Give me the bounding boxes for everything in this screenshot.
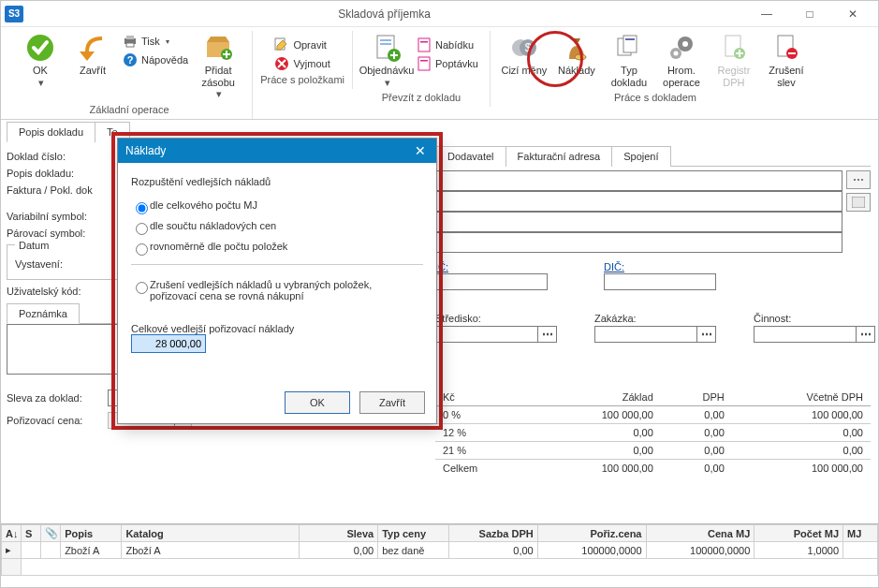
radio-opt3[interactable]: rovnoměrně dle počtu položek xyxy=(131,236,423,257)
docs-icon xyxy=(614,33,644,63)
svg-rect-15 xyxy=(420,41,428,43)
pencil-icon xyxy=(274,37,289,52)
svg-point-28 xyxy=(673,51,678,56)
supplier-line1[interactable] xyxy=(435,170,842,191)
back-arrow-icon xyxy=(78,33,108,63)
edit-button[interactable]: Opravit xyxy=(271,37,333,53)
vat-registry-button[interactable]: Registr DPH xyxy=(708,31,760,90)
edit-label: Opravit xyxy=(293,39,326,51)
col-attach[interactable]: 📎 xyxy=(41,525,61,542)
supplier-line3[interactable] xyxy=(435,212,842,232)
costs-dialog: Náklady ✕ Rozpuštění vedlejších nákladů … xyxy=(117,138,437,424)
col-sort[interactable]: A↓ xyxy=(2,525,22,542)
dialog-ok-button[interactable]: OK xyxy=(285,391,350,414)
col-popis[interactable]: Popis xyxy=(61,525,122,542)
svg-text:$: $ xyxy=(525,41,532,54)
ribbon-group-basic: Základní operace xyxy=(90,104,169,115)
items-grid[interactable]: A↓ S 📎 Popis Katalog Sleva Typ ceny Sazb… xyxy=(1,523,878,587)
cinnost-input[interactable] xyxy=(754,326,857,343)
dic-input[interactable] xyxy=(604,273,716,290)
col-sleva[interactable]: Sleva xyxy=(299,525,377,542)
col-sazba[interactable]: Sazba DPH xyxy=(448,525,537,542)
svg-rect-33 xyxy=(788,52,796,54)
delete-label: Vyjmout xyxy=(293,58,330,69)
cinnost-lookup[interactable]: ⋯ xyxy=(857,326,875,343)
window-close-button[interactable]: ✕ xyxy=(831,1,874,27)
vat-registry-label: Registr DPH xyxy=(710,65,758,88)
supplier-lookup-button[interactable]: ⋯ xyxy=(846,170,871,189)
svg-point-26 xyxy=(682,41,688,47)
window-maximize-button[interactable]: □ xyxy=(788,1,831,27)
mass-op-button[interactable]: Hrom. operace xyxy=(655,31,708,90)
svg-rect-12 xyxy=(380,43,391,45)
dialog-title: Náklady xyxy=(125,144,166,157)
ok-button[interactable]: OK▾ xyxy=(14,31,66,90)
stredisko-lookup[interactable]: ⋯ xyxy=(538,326,557,343)
print-label: Tisk xyxy=(141,36,160,47)
col-pocet[interactable]: Počet MJ xyxy=(754,525,843,542)
box-plus-icon xyxy=(203,33,233,63)
ico-input[interactable] xyxy=(435,273,548,290)
help-icon: ? xyxy=(123,52,138,67)
money-bag-icon xyxy=(562,33,592,63)
grid-row[interactable]: ▸ Zboží A Zboží A 0,00 bez daně 0,00 100… xyxy=(2,542,878,559)
add-stock-label: Přidat zásobu xyxy=(194,65,242,88)
col-katalog[interactable]: Katalog xyxy=(122,525,300,542)
supplier-line4[interactable] xyxy=(435,232,842,253)
col-mj[interactable]: MJ xyxy=(843,525,878,542)
doc-number-label: Doklad číslo: xyxy=(7,151,108,162)
print-button[interactable]: Tisk▾ xyxy=(119,33,192,50)
th-vat: DPH xyxy=(661,389,732,406)
costs-button[interactable]: Náklady xyxy=(550,31,603,79)
printer-icon xyxy=(123,34,138,49)
grid-row-empty[interactable] xyxy=(2,559,878,576)
col-s[interactable]: S xyxy=(22,525,41,542)
col-poriz[interactable]: Pořiz.cena xyxy=(537,525,646,542)
totals-row: 21 %0,000,000,00 xyxy=(435,442,871,460)
window-minimize-button[interactable]: — xyxy=(745,1,788,27)
add-stock-button[interactable]: Přidat zásobu▾ xyxy=(192,31,244,102)
close-button[interactable]: Zavřít xyxy=(66,31,119,79)
radio-opt4[interactable]: Zrušení vedlejších nákladů u vybraných p… xyxy=(131,274,423,306)
totals-row: 0 %100 000,000,00100 000,00 xyxy=(435,406,871,424)
ribbon-group-items: Práce s položkami xyxy=(260,74,344,85)
col-cenamj[interactable]: Cena MJ xyxy=(646,525,754,542)
col-typceny[interactable]: Typ ceny xyxy=(378,525,449,542)
document-arrow-icon xyxy=(372,33,402,63)
supplier-card-button[interactable] xyxy=(846,193,871,212)
app-icon: S3 xyxy=(5,6,23,22)
doc-type-button[interactable]: Typ dokladu xyxy=(603,31,655,90)
user-code-label: Uživatelský kód: xyxy=(7,286,108,297)
radio-opt2[interactable]: dle součtu nákladových cen xyxy=(131,215,423,236)
dic-link[interactable]: DIČ: xyxy=(604,261,624,272)
discount-label: Sleva za doklad: xyxy=(7,392,108,404)
currencies-button[interactable]: $ Cizí měny xyxy=(498,31,550,79)
svg-rect-11 xyxy=(380,39,391,41)
doc-icon xyxy=(417,37,432,52)
cancel-discounts-button[interactable]: Zrušení slev xyxy=(760,31,813,90)
dialog-close-button[interactable]: ✕ xyxy=(412,142,429,159)
radio-opt1[interactable]: dle celkového počtu MJ xyxy=(131,195,423,215)
stredisko-input[interactable] xyxy=(435,326,538,343)
demand-button[interactable]: Poptávku xyxy=(413,55,482,72)
offer-button[interactable]: Nabídku xyxy=(413,37,482,53)
tab-contact[interactable]: Spojení xyxy=(611,146,670,167)
demand-label: Poptávku xyxy=(435,58,478,69)
dialog-cancel-button[interactable]: Zavřít xyxy=(359,391,425,414)
check-icon xyxy=(25,33,55,63)
dialog-total-label: Celkové vedlejší pořizovací náklady xyxy=(131,323,423,334)
purchase-label: Pořizovací cena: xyxy=(7,415,108,426)
tab-billing-address[interactable]: Fakturační adresa xyxy=(505,146,613,167)
supplier-line2[interactable] xyxy=(435,191,842,212)
dialog-amount-input[interactable] xyxy=(131,334,206,353)
tab-note[interactable]: Poznámka xyxy=(7,303,80,324)
tab-popis-dokladu[interactable]: Popis dokladu xyxy=(7,122,95,142)
svg-rect-14 xyxy=(418,38,430,51)
help-button[interactable]: ? Nápověda xyxy=(119,51,192,68)
zakazka-lookup[interactable]: ⋯ xyxy=(697,326,716,343)
tab-supplier[interactable]: Dodavatel xyxy=(435,146,506,167)
order-button[interactable]: Objednávku▾ xyxy=(360,31,413,90)
delete-button[interactable]: Vyjmout xyxy=(271,55,333,72)
zakazka-input[interactable] xyxy=(594,326,697,343)
zakazka-label: Zakázka: xyxy=(594,313,716,324)
